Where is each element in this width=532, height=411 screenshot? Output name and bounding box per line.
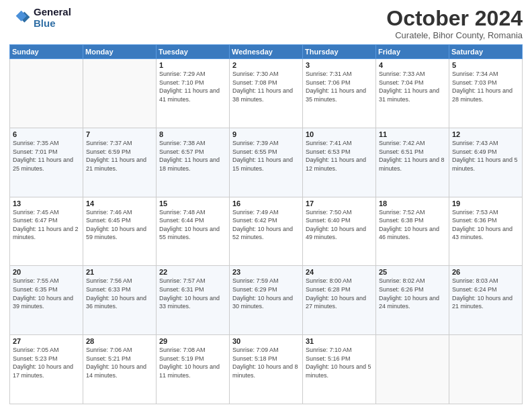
calendar-week-0: 1Sunrise: 7:29 AMSunset: 7:10 PMDaylight… xyxy=(10,59,523,128)
calendar-cell: 20Sunrise: 7:55 AMSunset: 6:35 PMDayligh… xyxy=(10,266,83,335)
day-number: 17 xyxy=(306,199,373,208)
calendar-cell: 18Sunrise: 7:52 AMSunset: 6:38 PMDayligh… xyxy=(376,197,449,266)
location-subtitle: Curatele, Bihor County, Romania xyxy=(386,30,523,40)
calendar-cell: 8Sunrise: 7:38 AMSunset: 6:57 PMDaylight… xyxy=(157,128,230,197)
day-info: Sunrise: 7:46 AMSunset: 6:45 PMDaylight:… xyxy=(86,208,153,242)
day-info: Sunrise: 7:59 AMSunset: 6:29 PMDaylight:… xyxy=(232,277,300,310)
day-info: Sunrise: 8:02 AMSunset: 6:26 PMDaylight:… xyxy=(379,277,446,310)
calendar-table: SundayMondayTuesdayWednesdayThursdayFrid… xyxy=(9,44,523,404)
day-info: Sunrise: 7:31 AMSunset: 7:06 PMDaylight:… xyxy=(306,70,373,103)
calendar-cell xyxy=(376,335,449,404)
day-number: 24 xyxy=(306,268,373,276)
day-info: Sunrise: 7:45 AMSunset: 6:47 PMDaylight:… xyxy=(13,208,80,242)
day-header-thursday: Thursday xyxy=(303,45,376,59)
calendar-week-3: 20Sunrise: 7:55 AMSunset: 6:35 PMDayligh… xyxy=(10,266,523,335)
day-info: Sunrise: 7:57 AMSunset: 6:31 PMDaylight:… xyxy=(159,277,226,310)
day-info: Sunrise: 7:52 AMSunset: 6:38 PMDaylight:… xyxy=(379,208,446,242)
calendar-header-row: SundayMondayTuesdayWednesdayThursdayFrid… xyxy=(10,45,523,59)
day-number: 4 xyxy=(379,61,446,69)
calendar-week-1: 6Sunrise: 7:35 AMSunset: 7:01 PMDaylight… xyxy=(10,128,523,197)
calendar-cell xyxy=(10,59,83,128)
calendar-cell: 28Sunrise: 7:06 AMSunset: 5:21 PMDayligh… xyxy=(83,335,157,404)
day-info: Sunrise: 8:00 AMSunset: 6:28 PMDaylight:… xyxy=(306,277,373,310)
calendar-cell: 13Sunrise: 7:45 AMSunset: 6:47 PMDayligh… xyxy=(10,197,83,266)
day-number: 13 xyxy=(13,199,80,208)
day-number: 30 xyxy=(232,337,300,345)
day-number: 11 xyxy=(379,130,446,138)
calendar-cell: 10Sunrise: 7:41 AMSunset: 6:53 PMDayligh… xyxy=(303,128,376,197)
month-title: October 2024 xyxy=(386,7,523,30)
day-number: 20 xyxy=(13,268,80,276)
day-number: 31 xyxy=(306,337,373,345)
calendar-week-2: 13Sunrise: 7:45 AMSunset: 6:47 PMDayligh… xyxy=(10,197,523,266)
day-header-saturday: Saturday xyxy=(449,45,523,59)
calendar-cell: 25Sunrise: 8:02 AMSunset: 6:26 PMDayligh… xyxy=(376,266,449,335)
day-info: Sunrise: 7:10 AMSunset: 5:16 PMDaylight:… xyxy=(306,346,373,379)
day-number: 9 xyxy=(232,130,300,138)
day-number: 6 xyxy=(13,130,80,138)
day-info: Sunrise: 7:37 AMSunset: 6:59 PMDaylight:… xyxy=(86,139,153,173)
day-number: 15 xyxy=(159,199,226,208)
day-info: Sunrise: 7:09 AMSunset: 5:18 PMDaylight:… xyxy=(232,346,300,379)
day-number: 7 xyxy=(86,130,153,138)
day-number: 18 xyxy=(379,199,446,208)
header: General Blue October 2024 Curatele, Biho… xyxy=(9,7,523,40)
day-number: 26 xyxy=(452,268,519,276)
calendar-cell: 11Sunrise: 7:42 AMSunset: 6:51 PMDayligh… xyxy=(376,128,449,197)
day-number: 3 xyxy=(306,61,373,69)
day-info: Sunrise: 7:29 AMSunset: 7:10 PMDaylight:… xyxy=(159,70,226,103)
calendar-cell: 21Sunrise: 7:56 AMSunset: 6:33 PMDayligh… xyxy=(83,266,157,335)
calendar-cell: 16Sunrise: 7:49 AMSunset: 6:42 PMDayligh… xyxy=(230,197,303,266)
day-number: 25 xyxy=(379,268,446,276)
day-number: 29 xyxy=(159,337,226,345)
calendar-cell xyxy=(449,335,523,404)
calendar-cell: 23Sunrise: 7:59 AMSunset: 6:29 PMDayligh… xyxy=(230,266,303,335)
calendar-cell: 4Sunrise: 7:33 AMSunset: 7:04 PMDaylight… xyxy=(376,59,449,128)
day-number: 19 xyxy=(452,199,519,208)
calendar-cell: 1Sunrise: 7:29 AMSunset: 7:10 PMDaylight… xyxy=(157,59,230,128)
day-number: 27 xyxy=(13,337,80,345)
calendar-cell: 30Sunrise: 7:09 AMSunset: 5:18 PMDayligh… xyxy=(230,335,303,404)
day-number: 8 xyxy=(159,130,226,138)
day-header-friday: Friday xyxy=(376,45,449,59)
calendar-week-4: 27Sunrise: 7:05 AMSunset: 5:23 PMDayligh… xyxy=(10,335,523,404)
calendar-cell: 22Sunrise: 7:57 AMSunset: 6:31 PMDayligh… xyxy=(157,266,230,335)
day-info: Sunrise: 7:49 AMSunset: 6:42 PMDaylight:… xyxy=(232,208,300,242)
day-number: 1 xyxy=(159,61,226,69)
day-info: Sunrise: 8:03 AMSunset: 6:24 PMDaylight:… xyxy=(452,277,519,310)
day-number: 28 xyxy=(86,337,153,345)
day-info: Sunrise: 7:33 AMSunset: 7:04 PMDaylight:… xyxy=(379,70,446,103)
day-number: 10 xyxy=(306,130,373,138)
day-info: Sunrise: 7:06 AMSunset: 5:21 PMDaylight:… xyxy=(86,346,153,379)
day-number: 23 xyxy=(232,268,300,276)
day-info: Sunrise: 7:48 AMSunset: 6:44 PMDaylight:… xyxy=(159,208,226,242)
day-number: 21 xyxy=(86,268,153,276)
calendar-cell: 2Sunrise: 7:30 AMSunset: 7:08 PMDaylight… xyxy=(230,59,303,128)
title-block: October 2024 Curatele, Bihor County, Rom… xyxy=(386,7,523,40)
day-info: Sunrise: 7:53 AMSunset: 6:36 PMDaylight:… xyxy=(452,208,519,242)
calendar-cell: 12Sunrise: 7:43 AMSunset: 6:49 PMDayligh… xyxy=(449,128,523,197)
day-info: Sunrise: 7:50 AMSunset: 6:40 PMDaylight:… xyxy=(306,208,373,242)
page: General Blue October 2024 Curatele, Biho… xyxy=(0,0,532,411)
day-number: 14 xyxy=(86,199,153,208)
day-info: Sunrise: 7:08 AMSunset: 5:19 PMDaylight:… xyxy=(159,346,226,379)
day-info: Sunrise: 7:55 AMSunset: 6:35 PMDaylight:… xyxy=(13,277,80,310)
day-info: Sunrise: 7:34 AMSunset: 7:03 PMDaylight:… xyxy=(452,70,519,103)
day-number: 12 xyxy=(452,130,519,138)
calendar-cell: 9Sunrise: 7:39 AMSunset: 6:55 PMDaylight… xyxy=(230,128,303,197)
day-number: 2 xyxy=(232,61,300,69)
calendar-cell: 27Sunrise: 7:05 AMSunset: 5:23 PMDayligh… xyxy=(10,335,83,404)
calendar-cell: 5Sunrise: 7:34 AMSunset: 7:03 PMDaylight… xyxy=(449,59,523,128)
calendar-cell: 14Sunrise: 7:46 AMSunset: 6:45 PMDayligh… xyxy=(83,197,157,266)
day-info: Sunrise: 7:38 AMSunset: 6:57 PMDaylight:… xyxy=(159,139,226,173)
calendar-cell: 17Sunrise: 7:50 AMSunset: 6:40 PMDayligh… xyxy=(303,197,376,266)
day-info: Sunrise: 7:05 AMSunset: 5:23 PMDaylight:… xyxy=(13,346,80,379)
day-number: 5 xyxy=(452,61,519,69)
calendar-cell: 29Sunrise: 7:08 AMSunset: 5:19 PMDayligh… xyxy=(157,335,230,404)
day-number: 16 xyxy=(232,199,300,208)
logo-icon xyxy=(9,7,31,29)
day-info: Sunrise: 7:56 AMSunset: 6:33 PMDaylight:… xyxy=(86,277,153,310)
day-header-wednesday: Wednesday xyxy=(230,45,303,59)
day-info: Sunrise: 7:42 AMSunset: 6:51 PMDaylight:… xyxy=(379,139,446,173)
calendar-cell: 19Sunrise: 7:53 AMSunset: 6:36 PMDayligh… xyxy=(449,197,523,266)
